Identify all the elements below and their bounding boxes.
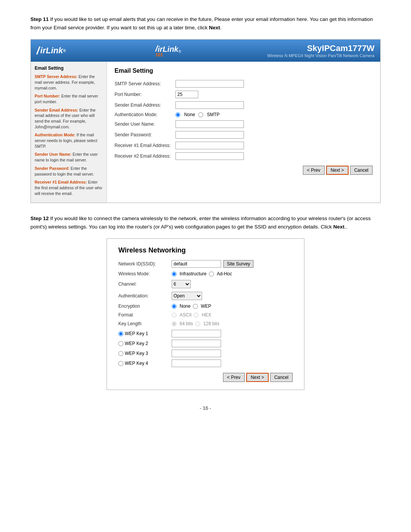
wireless-mode-label: Wireless Mode: bbox=[118, 271, 172, 276]
key-length-label: Key Length bbox=[118, 321, 172, 326]
step11-label: Step 11 bbox=[30, 16, 49, 22]
sender-email-row: Sender Email Address: bbox=[115, 101, 373, 109]
128bit-radio[interactable] bbox=[195, 321, 200, 326]
port-label: Port Number: bbox=[115, 92, 175, 97]
enc-wep-radio[interactable] bbox=[193, 304, 198, 309]
64bit-radio[interactable] bbox=[172, 321, 177, 326]
panel-header: / irLink ® / irLink ® 101 SkyIPCam1777W … bbox=[31, 40, 380, 62]
format-row: Format ASCII HEX bbox=[118, 312, 293, 318]
encryption-control: None WEP bbox=[172, 304, 211, 309]
wep2-select-radio[interactable] bbox=[118, 341, 123, 346]
page-number: - 16 - bbox=[30, 405, 381, 411]
step11-text: Step 11 If you would like to set up emai… bbox=[30, 15, 381, 32]
wireless-cancel-button[interactable]: Cancel bbox=[270, 373, 293, 382]
auth-none-radio[interactable] bbox=[175, 112, 180, 117]
wireless-prev-button[interactable]: < Prev bbox=[223, 373, 245, 382]
wep2-label-container: WEP Key 2 bbox=[118, 341, 172, 346]
hex-label: HEX bbox=[202, 312, 211, 318]
email-next-button[interactable]: Next > bbox=[326, 166, 349, 175]
enc-none-radio[interactable] bbox=[172, 304, 177, 309]
product-name: SkyIPCam1777W bbox=[267, 43, 374, 53]
64bit-label: 64 bits bbox=[180, 321, 193, 326]
wep3-select-radio[interactable] bbox=[118, 351, 123, 356]
airlink-a: / bbox=[37, 45, 40, 57]
smtp-row: SMTP Server Address: bbox=[115, 80, 373, 88]
email-cancel-button[interactable]: Cancel bbox=[350, 166, 373, 175]
ascii-radio[interactable] bbox=[172, 313, 177, 318]
panel-header-title: SkyIPCam1777W Wireless N MPEG4 Night Vis… bbox=[267, 43, 374, 58]
auth-select[interactable]: Open Shared WPA-PSK bbox=[172, 292, 202, 300]
receiver2-row: Receiver #2 Email Address: bbox=[115, 152, 373, 160]
auth-label: Authentication: bbox=[118, 293, 172, 299]
airlink-logo: / irLink ® bbox=[37, 45, 67, 57]
wep1-label: WEP Key 1 bbox=[125, 331, 148, 336]
wep4-label: WEP Key 4 bbox=[125, 361, 148, 366]
sender-pass-row: Sender Password: bbox=[115, 131, 373, 139]
wep2-input[interactable] bbox=[172, 340, 221, 347]
channel-select[interactable]: 6 12345 7891011 bbox=[172, 280, 191, 288]
wep1-select-radio[interactable] bbox=[118, 331, 123, 336]
email-prev-button[interactable]: < Prev bbox=[303, 166, 325, 175]
infrastructure-label: Infrastructure bbox=[180, 271, 207, 276]
receiver1-row: Receiver #1 Email Address: bbox=[115, 142, 373, 149]
site-survey-button[interactable]: Site Survey bbox=[223, 260, 253, 268]
channel-control: 6 12345 7891011 bbox=[172, 280, 191, 288]
wep3-label: WEP Key 3 bbox=[125, 351, 148, 356]
port-desc: Port Number: Enter the mail server port … bbox=[35, 93, 103, 104]
email-btn-row: < Prev Next > Cancel bbox=[115, 166, 373, 175]
adhoc-radio[interactable] bbox=[209, 272, 214, 276]
sender-email-control bbox=[175, 101, 244, 109]
sender-pass-desc: Sender Password: Enter the password to l… bbox=[35, 166, 103, 177]
receiver1-desc: Receiver #1 Email Address: Enter the fir… bbox=[35, 179, 103, 196]
port-row: Port Number: bbox=[115, 91, 373, 98]
wireless-btn-row: < Prev Next > Cancel bbox=[118, 373, 293, 382]
wep3-row: WEP Key 3 bbox=[118, 350, 293, 357]
infrastructure-radio[interactable] bbox=[172, 272, 177, 276]
wireless-next-button[interactable]: Next > bbox=[246, 373, 269, 382]
receiver2-control bbox=[175, 152, 244, 160]
sender-user-input[interactable] bbox=[175, 120, 244, 128]
sender-pass-input[interactable] bbox=[175, 131, 244, 139]
auth-mode-control: None SMTP bbox=[175, 112, 220, 117]
logo-101: 101 bbox=[155, 52, 163, 58]
wep1-label-container: WEP Key 1 bbox=[118, 331, 172, 336]
wep4-select-radio[interactable] bbox=[118, 361, 123, 366]
wep3-input[interactable] bbox=[172, 350, 221, 357]
wireless-panel-title: Wireless Networking bbox=[118, 246, 293, 254]
wireless-mode-row: Wireless Mode: Infrastructure Ad-Hoc bbox=[118, 271, 293, 276]
smtp-label: SMTP Server Address: bbox=[115, 81, 175, 86]
auth-smtp-radio[interactable] bbox=[198, 112, 203, 117]
sender-user-label: Sender User Name: bbox=[115, 121, 175, 127]
ssid-label: Network ID(SSID): bbox=[118, 261, 172, 267]
receiver1-label: Receiver #1 Email Address: bbox=[115, 143, 175, 148]
ssid-input[interactable] bbox=[172, 260, 221, 268]
smtp-input[interactable] bbox=[175, 80, 244, 88]
receiver2-input[interactable] bbox=[175, 152, 244, 160]
wep1-input[interactable] bbox=[172, 330, 221, 337]
sender-email-input[interactable] bbox=[175, 101, 244, 109]
key-length-row: Key Length 64 bits 128 bits bbox=[118, 321, 293, 326]
email-panel-right: Email Setting SMTP Server Address: Port … bbox=[107, 62, 380, 203]
ascii-label: ASCII bbox=[180, 312, 191, 318]
enc-none-label: None bbox=[180, 304, 191, 309]
sender-user-row: Sender User Name: bbox=[115, 120, 373, 128]
channel-row: Channel: 6 12345 7891011 bbox=[118, 280, 293, 288]
port-input[interactable] bbox=[175, 91, 198, 98]
airlink-text: irLink bbox=[40, 46, 63, 56]
ssid-control: Site Survey bbox=[172, 260, 253, 268]
wep2-row: WEP Key 2 bbox=[118, 340, 293, 347]
hex-radio[interactable] bbox=[194, 313, 199, 318]
wep2-label: WEP Key 2 bbox=[125, 341, 148, 346]
logo-reg: ® bbox=[178, 50, 181, 54]
auth-mode-row: Authentication Mode: None SMTP bbox=[115, 112, 373, 117]
auth-none-label: None bbox=[184, 112, 195, 117]
encryption-label: Encryption bbox=[118, 304, 172, 309]
receiver1-input[interactable] bbox=[175, 142, 244, 149]
wep4-input[interactable] bbox=[172, 359, 221, 367]
email-panel: / irLink ® / irLink ® 101 SkyIPCam1777W … bbox=[30, 39, 381, 203]
sender-pass-control bbox=[175, 131, 244, 139]
sender-user-control bbox=[175, 120, 244, 128]
format-label: Format bbox=[118, 312, 172, 318]
128bit-label: 128 bits bbox=[203, 321, 219, 326]
sender-email-label: Sender Email Address: bbox=[115, 102, 175, 108]
